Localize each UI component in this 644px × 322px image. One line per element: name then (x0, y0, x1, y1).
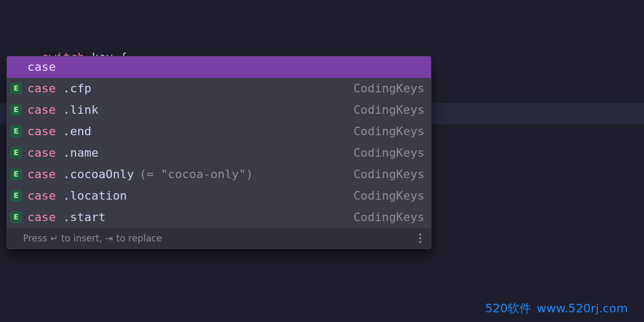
enum-badge: E (10, 211, 22, 223)
tab-key-icon: ⇥ (105, 231, 113, 245)
suggestion-row[interactable]: E case .location CodingKeys (7, 185, 431, 207)
enter-key-icon: ↵ (50, 231, 58, 245)
suggestion-raw-value: (= "cocoa-only") (140, 165, 253, 184)
enum-badge: E (10, 126, 22, 137)
suggestion-footer: Press ↵ to insert, ⇥ to replace (7, 228, 431, 248)
suggestion-row[interactable]: case (7, 56, 431, 78)
footer-text: to insert, (61, 231, 102, 245)
enum-badge: E (10, 169, 22, 180)
suggestion-keyword: case (27, 79, 56, 98)
suggestion-keyword: case (27, 58, 56, 76)
watermark: 520软件 www.520rj.com (485, 299, 628, 318)
footer-text: to replace (116, 231, 162, 245)
suggestion-row[interactable]: E case .name CodingKeys (7, 142, 431, 164)
suggestion-member: .cfp (63, 79, 91, 98)
suggestion-keyword: case (27, 144, 56, 162)
enum-badge: E (10, 147, 22, 159)
enum-badge: E (10, 104, 22, 116)
enum-badge: E (10, 190, 22, 202)
suggestion-type: CodingKeys (354, 101, 425, 119)
suggestion-row[interactable]: E case .start CodingKeys (7, 207, 431, 228)
watermark-link: www.520rj.com (537, 299, 628, 318)
suggestion-member: .start (63, 208, 105, 226)
suggestion-type: CodingKeys (354, 122, 425, 141)
suggestion-keyword: case (27, 101, 56, 119)
suggestion-keyword: case (27, 208, 56, 226)
suggestion-row[interactable]: E case .link CodingKeys (7, 99, 431, 121)
suggestion-keyword: case (27, 122, 56, 141)
suggestion-keyword: case (27, 165, 56, 184)
more-options-icon[interactable] (417, 231, 423, 245)
suggestion-type: CodingKeys (354, 208, 425, 226)
code-completion-popup[interactable]: case E case .cfp CodingKeys E case .link… (6, 56, 431, 249)
suggestion-row[interactable]: E case .cocoaOnly(= "cocoa-only") Coding… (7, 164, 431, 185)
suggestion-type: CodingKeys (354, 165, 425, 184)
enum-badge: E (10, 83, 22, 94)
suggestion-row[interactable]: E case .end CodingKeys (7, 121, 431, 142)
suggestion-row[interactable]: E case .cfp CodingKeys (7, 78, 431, 99)
suggestion-keyword: case (27, 187, 56, 205)
enum-badge (10, 61, 22, 73)
suggestion-member: .cocoaOnly (63, 165, 134, 184)
suggestion-member: .link (63, 101, 98, 119)
watermark-text: 520软件 (485, 299, 531, 318)
suggestion-member: .end (63, 122, 91, 141)
footer-text: Press (23, 231, 47, 245)
suggestion-type: CodingKeys (354, 144, 425, 162)
suggestion-type: CodingKeys (354, 79, 425, 98)
suggestion-member: .name (63, 144, 98, 162)
suggestion-type: CodingKeys (354, 187, 425, 205)
suggestion-member: .location (63, 187, 127, 205)
